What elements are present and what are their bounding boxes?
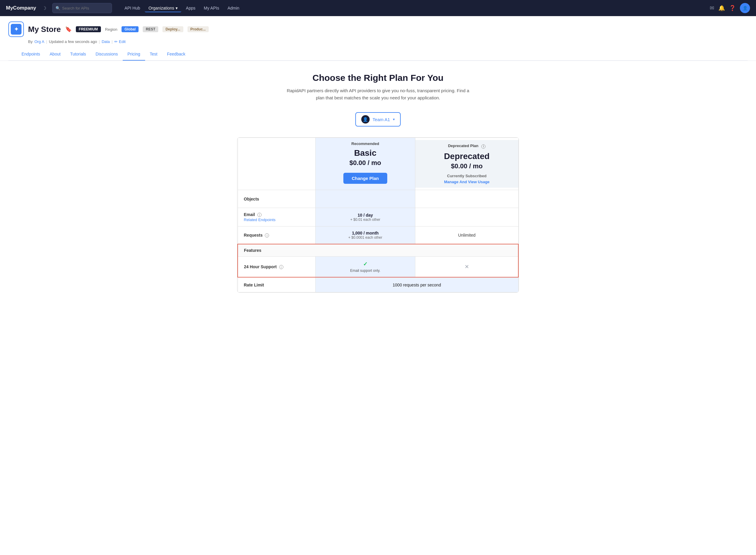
dark-mode-toggle[interactable]: ☽	[42, 5, 46, 11]
search-bar[interactable]: 🔍	[52, 3, 112, 13]
avatar-icon: 👤	[743, 6, 748, 10]
api-author-link[interactable]: Org A	[34, 39, 44, 44]
pricing-title: Choose the Right Plan For You	[237, 73, 519, 83]
tab-discussions[interactable]: Discussions	[91, 48, 123, 60]
requests-label: Requests	[244, 233, 263, 238]
bookmark-icon[interactable]: 🔖	[65, 26, 72, 33]
nav-link-api-hub[interactable]: API Hub	[121, 4, 144, 12]
brand-name[interactable]: MyCompany	[6, 5, 36, 11]
basic-price: $0.00 / mo	[320, 159, 410, 167]
pricing-page: Choose the Right Plan For You RapidAPI p…	[229, 61, 527, 305]
api-meta: By Org A | Updated a few seconds ago | D…	[28, 39, 748, 44]
support-label: 24 Hour Support	[244, 264, 277, 269]
nav-link-admin[interactable]: Admin	[224, 4, 243, 12]
search-icon: 🔍	[55, 6, 60, 10]
table-row-requests: Requests i 1,000 / month + $0.0001 each …	[238, 226, 518, 244]
support-info-icon[interactable]: i	[279, 265, 283, 269]
email-basic-value: 10 / day	[320, 213, 411, 217]
objects-basic-cell	[315, 190, 415, 208]
col-deprecated-header: Deprecated Plan i Deprecated $0.00 / mo …	[415, 140, 518, 188]
change-plan-button[interactable]: Change Plan	[343, 173, 387, 184]
pricing-table: Recommended Basic $0.00 / mo Change Plan…	[237, 137, 519, 292]
api-data-link[interactable]: Data	[102, 39, 110, 44]
team-chevron-icon: ▾	[393, 117, 395, 121]
features-section-label: Features	[244, 248, 261, 253]
team-avatar-icon: 👤	[363, 117, 368, 122]
tab-endpoints[interactable]: Endpoints	[17, 48, 45, 60]
help-icon[interactable]: ❓	[729, 5, 736, 11]
deprecated-header-wrapper: Deprecated Plan i	[420, 143, 513, 149]
badge-region-label: Region	[105, 27, 117, 32]
email-basic-cell: 10 / day + $0.01 each other	[315, 208, 415, 226]
badge-rest: REST	[143, 26, 158, 32]
basic-plan-name: Basic	[320, 148, 410, 158]
support-cross-icon: ✕	[465, 264, 469, 270]
rate-limit-value: 1000 requests per second	[393, 283, 441, 287]
tab-pricing[interactable]: Pricing	[123, 48, 145, 60]
email-label: Email	[244, 212, 255, 217]
nav-link-organizations[interactable]: Organizations ▾	[145, 4, 181, 12]
table-row-rate-limit: Rate Limit 1000 requests per second	[238, 277, 518, 292]
api-title: My Store	[28, 25, 61, 34]
top-navigation: MyCompany ☽ 🔍 API Hub Organizations ▾ Ap…	[0, 0, 756, 16]
pricing-table-wrapper: Recommended Basic $0.00 / mo Change Plan…	[237, 137, 519, 293]
table-row-support: 24 Hour Support i ✓ Email support only. …	[238, 257, 518, 278]
support-email-text: Email support only.	[320, 268, 411, 273]
pricing-subtitle: RapidAPI partners directly with API prov…	[282, 87, 474, 101]
column-basic: Recommended Basic $0.00 / mo Change Plan	[315, 138, 415, 190]
team-selector-wrapper: 👤 Team A1 ▾	[237, 112, 519, 127]
badge-global: Global	[122, 26, 138, 32]
email-info-icon[interactable]: i	[257, 213, 262, 217]
column-deprecated: Deprecated Plan i Deprecated $0.00 / mo …	[415, 138, 518, 190]
table-row-objects: Objects	[238, 190, 518, 208]
api-edit-link[interactable]: ✏ Edit	[114, 39, 125, 44]
email-deprecated-cell	[415, 208, 518, 226]
search-input[interactable]	[62, 6, 109, 10]
nav-link-apps[interactable]: Apps	[183, 4, 199, 12]
nav-links: API Hub Organizations ▾ Apps My APIs Adm…	[121, 4, 704, 12]
user-avatar[interactable]: 👤	[740, 3, 750, 13]
requests-basic-value: 1,000 / month	[320, 231, 411, 236]
bell-icon[interactable]: 🔔	[718, 5, 725, 11]
deprecated-info-icon[interactable]: i	[481, 144, 485, 148]
api-icon: ✦	[8, 22, 24, 37]
table-corner	[238, 138, 315, 190]
team-selector[interactable]: 👤 Team A1 ▾	[355, 112, 401, 127]
col-recommended-header: Recommended Basic $0.00 / mo Change Plan	[316, 138, 415, 190]
support-check-icon: ✓	[363, 261, 367, 267]
mail-icon[interactable]: ✉	[710, 5, 714, 11]
badge-deploy: Deploy...	[162, 26, 183, 32]
badge-freemium: FREEMIUM	[76, 26, 101, 32]
tab-tutorials[interactable]: Tutorials	[66, 48, 91, 60]
objects-deprecated-cell	[415, 190, 518, 208]
tab-feedback[interactable]: Feedback	[162, 48, 190, 60]
badge-produc: Produc...	[188, 26, 209, 32]
team-avatar: 👤	[361, 115, 370, 124]
nav-right-icons: ✉ 🔔 ❓ 👤	[710, 3, 750, 13]
table-row-features-header: Features	[238, 244, 518, 257]
chevron-down-icon: ▾	[175, 6, 177, 10]
requests-info-icon[interactable]: i	[265, 233, 269, 238]
api-header: ✦ My Store 🔖 FREEMIUM Region Global REST…	[0, 16, 756, 61]
rate-limit-label: Rate Limit	[244, 283, 264, 287]
tab-test[interactable]: Test	[145, 48, 162, 60]
related-endpoints-link[interactable]: Related Endpoints	[244, 217, 309, 222]
requests-basic-cell: 1,000 / month + $0.0001 each other	[315, 226, 415, 244]
recommended-label: Recommended	[320, 141, 410, 146]
requests-unlimited-value: Unlimited	[458, 233, 475, 238]
requests-basic-subvalue: + $0.0001 each other	[320, 236, 411, 240]
tab-about[interactable]: About	[45, 48, 66, 60]
requests-deprecated-cell: Unlimited	[415, 226, 518, 244]
objects-label: Objects	[244, 197, 259, 202]
manage-view-usage-link[interactable]: Manage And View Usage	[444, 180, 489, 184]
api-updated: Updated a few seconds ago	[49, 39, 97, 44]
nav-link-my-apis[interactable]: My APIs	[200, 4, 223, 12]
sub-navigation: Endpoints About Tutorials Discussions Pr…	[8, 48, 748, 60]
api-icon-inner: ✦	[11, 24, 22, 35]
currently-subscribed-label: Currently Subscribed	[420, 174, 513, 178]
email-basic-subvalue: + $0.01 each other	[320, 217, 411, 222]
table-header-row: Recommended Basic $0.00 / mo Change Plan…	[238, 138, 518, 190]
deprecated-plan-name: Deprecated	[420, 152, 513, 161]
team-name: Team A1	[373, 117, 390, 122]
pencil-icon: ✏	[114, 39, 118, 44]
